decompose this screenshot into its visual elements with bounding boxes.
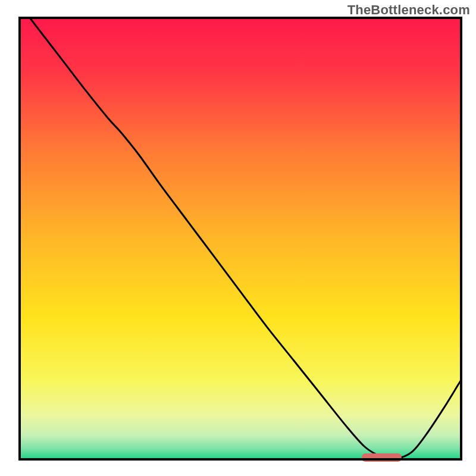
watermark-text: TheBottleneck.com [347, 2, 470, 18]
bottleneck-chart [0, 0, 476, 476]
chart-container: TheBottleneck.com [0, 0, 476, 476]
plot-gradient-background [20, 18, 461, 459]
